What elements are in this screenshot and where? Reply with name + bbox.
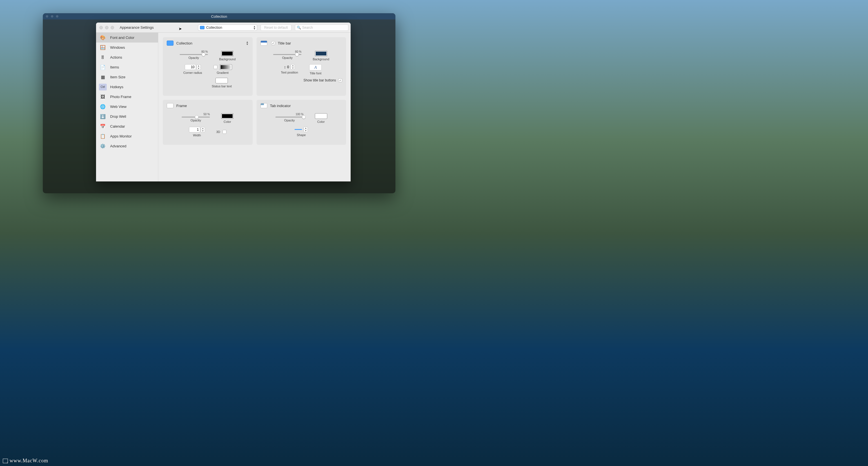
preset-dropdown[interactable]: Collection ▲▼ (198, 25, 257, 31)
width-stepper[interactable]: ▲▼ (201, 127, 205, 133)
search-input[interactable] (302, 26, 346, 30)
tab-indicator-icon (260, 103, 267, 108)
sidebar-item-font-color[interactable]: 🎨 Font and Color (96, 33, 158, 42)
text-position-stepper[interactable]: ▲▼ (291, 64, 295, 69)
sidebar-item-hotkeys[interactable]: Ctrl Hotkeys (96, 82, 158, 92)
chevron-up-down-icon[interactable]: ▲▼ (246, 41, 249, 46)
sidebar-item-items[interactable]: 📄 Items (96, 62, 158, 72)
sidebar-item-label: Drop Well (110, 114, 126, 119)
background-label: Background (313, 57, 329, 61)
sidebar-item-label: Item Size (110, 75, 125, 79)
corner-radius-stepper[interactable]: ▲▼ (196, 64, 201, 70)
gradient-checkbox[interactable] (214, 65, 217, 69)
search-field[interactable]: 🔍 (295, 25, 348, 31)
panel-titlebar: Title bar 80 % Opacity Background (256, 37, 346, 96)
background-label: Background (219, 57, 236, 61)
title-font-control: A Title font (309, 64, 322, 75)
title-font-label: Title font (310, 71, 321, 75)
sidebar-item-label: Web View (110, 105, 126, 109)
color-control: Color (221, 113, 234, 123)
close-button[interactable] (99, 26, 103, 29)
width-input[interactable] (189, 127, 200, 133)
opacity-control: 100 % Opacity (275, 113, 304, 123)
collection-icon (167, 40, 174, 46)
sidebar-item-advanced[interactable]: ⚙️ Advanced (96, 141, 158, 151)
sidebar-item-label: Windows (110, 46, 125, 50)
titlebar-enable-checkbox[interactable] (271, 41, 275, 45)
vertical-arrows-icon: ↕ (284, 65, 286, 69)
watermark-text: www.MacW.com (9, 458, 48, 464)
background-color-well[interactable] (221, 51, 234, 56)
frame-icon (167, 103, 174, 108)
zoom-button[interactable] (111, 26, 114, 29)
sidebar-item-item-size[interactable]: ▦ Item Size (96, 72, 158, 82)
titlebar-icon (260, 40, 267, 46)
show-titlebar-buttons-checkbox[interactable] (338, 78, 342, 82)
color-control: Color (315, 113, 327, 123)
sliders-icon: 🎚 (99, 54, 107, 61)
outer-titlebar[interactable]: Collection (43, 13, 395, 20)
color-label: Color (317, 120, 325, 123)
color-label: Color (224, 120, 231, 123)
content-area: Collection ▲▼ 80 % Opacity (158, 33, 351, 181)
sidebar-item-windows[interactable]: 🪟 Windows (96, 42, 158, 52)
background-control: Background (313, 51, 329, 61)
opacity-slider[interactable] (273, 54, 301, 55)
corner-radius-input[interactable] (185, 64, 196, 70)
tab-color-well[interactable] (315, 113, 327, 119)
sidebar-item-label: Hotkeys (110, 85, 123, 89)
sidebar-item-drop-well[interactable]: ⬇️ Drop Well (96, 112, 158, 121)
shape-control: ▲▼ Shape (294, 127, 308, 137)
background-control: Background (219, 51, 236, 61)
toolbar-title: Appearance Settings (120, 25, 154, 30)
shape-label: Shape (297, 133, 306, 137)
threeD-checkbox[interactable] (222, 130, 226, 134)
opacity-value: 50 % (203, 113, 210, 116)
text-position-control: ↕ 0 ▲▼ Text position (281, 64, 298, 75)
title-font-button[interactable]: A (309, 64, 322, 70)
watermark: www.MacW.com (3, 458, 48, 464)
sidebar-item-label: Actions (110, 55, 122, 59)
gear-icon: ⚙️ (99, 143, 107, 150)
panel-title: Title bar (278, 41, 342, 46)
text-position-label: Text position (281, 71, 298, 74)
statusbar-text-control: Status bar text (212, 78, 232, 88)
opacity-slider[interactable] (275, 117, 304, 117)
statusbar-color-well[interactable] (215, 78, 228, 83)
background-color-well[interactable] (315, 51, 327, 56)
opacity-label: Opacity (282, 56, 292, 59)
opacity-label: Opacity (188, 56, 199, 59)
globe-icon: 🌐 (99, 104, 107, 110)
sidebar-item-label: Font and Color (110, 35, 134, 40)
calendar-icon: 📅 (99, 123, 107, 130)
sidebar-item-label: Advanced (110, 144, 126, 148)
panel-collection: Collection ▲▼ 80 % Opacity (163, 37, 253, 96)
opacity-label: Opacity (284, 119, 294, 122)
shape-stepper[interactable]: ▲▼ (304, 127, 308, 132)
sidebar-item-apps-monitor[interactable]: 📋 Apps Monitor (96, 131, 158, 141)
minimize-button[interactable] (105, 26, 108, 29)
corner-radius-control: ▲▼ Corner radius (183, 64, 202, 75)
shape-popup[interactable]: ▲▼ (294, 127, 308, 132)
windows-icon: 🪟 (99, 44, 107, 51)
document-icon: 📄 (99, 64, 107, 71)
sidebar-item-label: Photo Frame (110, 95, 131, 99)
reset-to-default-button[interactable]: Reset to default (260, 25, 291, 31)
gradient-label: Gradient (217, 71, 228, 75)
sidebar-item-actions[interactable]: 🎚 Actions (96, 52, 158, 62)
gradient-color-well[interactable] (220, 64, 232, 70)
sidebar-item-photo-frame[interactable]: 🖼 Photo Frame (96, 92, 158, 102)
width-control: ▲▼ Width (189, 127, 205, 137)
panel-frame: Frame 50 % Opacity Color (163, 100, 253, 145)
sidebar-item-label: Calendar (110, 124, 125, 128)
opacity-slider[interactable] (180, 54, 208, 55)
opacity-control: 50 % Opacity (182, 113, 210, 123)
palette-icon: 🎨 (99, 34, 107, 41)
statusbar-label: Status bar text (212, 85, 232, 88)
frame-color-well[interactable] (221, 113, 234, 119)
traffic-lights[interactable] (99, 26, 114, 29)
sidebar-item-web-view[interactable]: 🌐 Web View (96, 102, 158, 112)
sidebar-item-calendar[interactable]: 📅 Calendar (96, 121, 158, 131)
opacity-slider[interactable] (182, 117, 210, 117)
keyboard-icon: Ctrl (99, 84, 107, 90)
